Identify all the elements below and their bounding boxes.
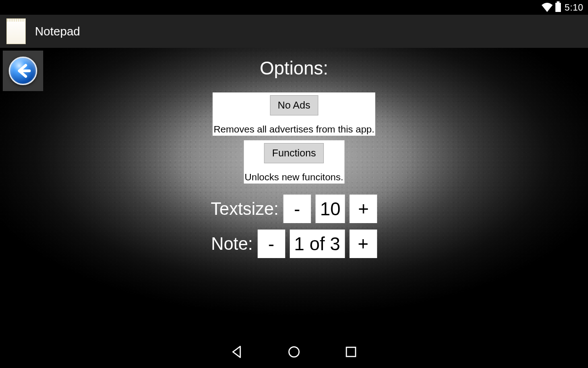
app-title: Notepad: [35, 24, 80, 39]
functions-button[interactable]: Functions: [264, 143, 323, 163]
svg-point-0: [289, 347, 299, 357]
back-button[interactable]: [3, 51, 43, 91]
battery-icon: [555, 3, 561, 12]
note-value: 1 of 3: [289, 230, 345, 258]
textsize-decrease-button[interactable]: -: [283, 195, 311, 223]
content-stage: Options: No Ads Removes all advertises f…: [0, 48, 588, 336]
options-panel: Options: No Ads Removes all advertises f…: [211, 58, 377, 258]
textsize-increase-button[interactable]: +: [350, 195, 377, 223]
no-ads-panel: No Ads Removes all advertises from this …: [213, 92, 375, 136]
wifi-icon: [542, 3, 553, 12]
no-ads-button[interactable]: No Ads: [270, 95, 318, 115]
notepad-app-icon: [6, 18, 26, 44]
textsize-label: Textsize:: [211, 199, 279, 219]
textsize-value: 10: [316, 195, 345, 223]
no-ads-description: Removes all advertises from this app.: [214, 124, 374, 135]
app-action-bar: Notepad: [0, 15, 588, 48]
functions-description: Unlocks new funcitons.: [245, 172, 344, 183]
note-decrease-button[interactable]: -: [257, 230, 285, 258]
note-row: Note: - 1 of 3 +: [211, 230, 377, 258]
note-label: Note:: [211, 234, 253, 254]
nav-recents-icon[interactable]: [343, 344, 359, 360]
options-heading: Options:: [211, 58, 377, 79]
svg-rect-1: [346, 347, 356, 356]
android-nav-bar: [0, 336, 588, 368]
functions-panel: Functions Unlocks new funcitons.: [244, 140, 345, 184]
android-status-bar: 5:10: [0, 0, 588, 15]
textsize-row: Textsize: - 10 +: [211, 195, 377, 223]
note-increase-button[interactable]: +: [349, 230, 377, 258]
status-clock: 5:10: [565, 2, 583, 13]
back-arrow-icon: [9, 57, 37, 85]
nav-home-icon[interactable]: [286, 344, 302, 360]
nav-back-icon[interactable]: [229, 344, 245, 360]
